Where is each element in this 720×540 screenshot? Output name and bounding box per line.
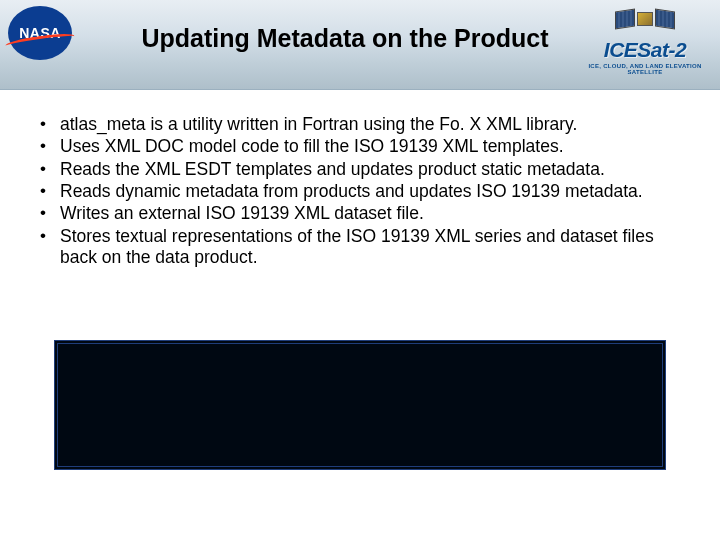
bullet-item: Reads the XML ESDT templates and updates… (34, 159, 686, 180)
content-area: atlas_meta is a utility written in Fortr… (0, 90, 720, 268)
bullet-list: atlas_meta is a utility written in Fortr… (34, 114, 686, 268)
satellite-icon (615, 4, 675, 36)
bullet-item: Writes an external ISO 19139 XML dataset… (34, 203, 686, 224)
slide-title: Updating Metadata on the Product (120, 24, 570, 53)
bullet-item: Uses XML DOC model code to fill the ISO … (34, 136, 686, 157)
icesat-suffix: -2 (669, 38, 687, 61)
slide: NASA Updating Metadata on the Product IC… (0, 0, 720, 540)
diagram-placeholder-box (54, 340, 666, 470)
icesat-name: ICESat (604, 38, 669, 61)
bullet-item: atlas_meta is a utility written in Fortr… (34, 114, 686, 135)
icesat-subtitle: ICE, CLOUD, AND LAND ELEVATION SATELLITE (576, 63, 714, 75)
bullet-item: Stores textual representations of the IS… (34, 226, 686, 269)
icesat-logo-text: ICESat-2 (576, 38, 714, 62)
nasa-logo: NASA (8, 6, 72, 60)
bullet-item: Reads dynamic metadata from products and… (34, 181, 686, 202)
icesat-logo-block: ICESat-2 ICE, CLOUD, AND LAND ELEVATION … (576, 4, 714, 75)
header-band: NASA Updating Metadata on the Product IC… (0, 0, 720, 90)
